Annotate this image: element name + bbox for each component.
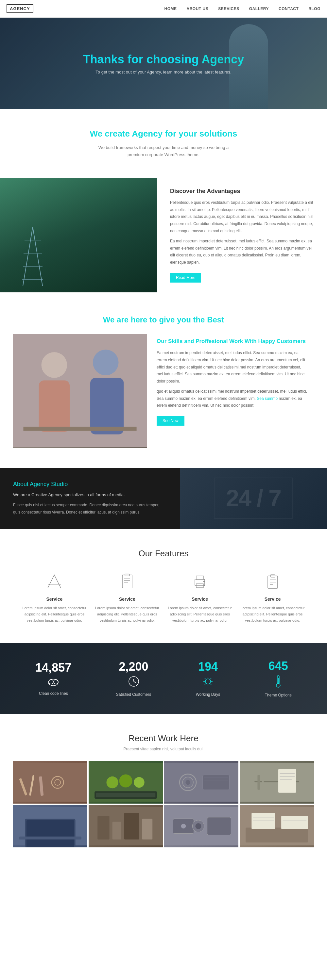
svg-rect-93 xyxy=(281,816,308,829)
work-item-6[interactable] xyxy=(89,805,163,847)
svg-line-1 xyxy=(33,227,43,286)
work-grid xyxy=(13,761,314,847)
thermometer-icon xyxy=(265,675,292,690)
nav-services[interactable]: SERVICES xyxy=(218,6,239,11)
stat-item-4: 645 Theme Options xyxy=(265,659,292,697)
svg-rect-76 xyxy=(19,837,81,840)
dark-left: About Agency Studio We are a Creative Ag… xyxy=(0,468,180,529)
see-now-button[interactable]: See Now xyxy=(156,416,184,426)
cloud-icon xyxy=(35,676,71,689)
nav-links: HOME ABOUT US SERVICES GALLERY CONTACT B… xyxy=(164,6,321,11)
feature-body-2: Lorem ipsum dolor sit amet, consectetur … xyxy=(94,605,160,623)
stat-item-2: 2,200 Satisfied Customers xyxy=(116,660,151,697)
nav-blog[interactable]: BLOG xyxy=(308,6,321,11)
svg-point-52 xyxy=(106,776,118,788)
best-text: Our Skills and Proffesional Work With Ha… xyxy=(156,334,314,429)
dark-right: 24 / 7 xyxy=(180,468,327,529)
printer-icon xyxy=(190,572,210,591)
svg-rect-13 xyxy=(122,575,132,588)
stat-number-1: 14,857 xyxy=(35,661,71,675)
svg-rect-90 xyxy=(252,813,275,829)
work-item-3[interactable] xyxy=(164,761,238,803)
sea-summo-link[interactable]: Sea summo xyxy=(257,396,278,401)
stats-section: 14,857 Clean code lines 2,200 Satisfied … xyxy=(0,643,327,714)
create-heading-post: for your solutions xyxy=(163,129,237,138)
clock-icon xyxy=(116,676,151,690)
stat-label-3: Working Days xyxy=(196,692,220,697)
dark-body: Fusce quis nisl et lectus semper commodo… xyxy=(13,502,167,516)
work-item-2[interactable] xyxy=(89,761,163,803)
hero-section: Thanks for choosing Agency To get the mo… xyxy=(0,18,327,109)
svg-rect-45 xyxy=(13,763,87,802)
svg-rect-89 xyxy=(246,828,308,843)
svg-line-0 xyxy=(23,227,33,286)
tower-icon xyxy=(20,227,46,286)
svg-rect-75 xyxy=(27,820,74,847)
svg-rect-67 xyxy=(257,775,260,790)
work-item-1[interactable] xyxy=(13,761,87,803)
work-item-8[interactable] xyxy=(240,805,314,847)
create-section: We create Agency for your solutions We b… xyxy=(0,109,327,172)
document-icon xyxy=(117,572,137,591)
advantages-section: Discover the Advantages Pellentesque qui… xyxy=(0,178,327,292)
work-item-7[interactable] xyxy=(164,805,238,847)
svg-rect-69 xyxy=(278,769,296,793)
svg-rect-79 xyxy=(112,822,121,840)
advantages-para1: Pellentesque quis eros vestibulum turpis… xyxy=(170,199,317,235)
feature-item-2: Service Lorem ipsum dolor sit amet, cons… xyxy=(94,572,160,623)
stat-item-3: 194 Working Days xyxy=(196,660,220,697)
work-subtext: Praesent vitae sapien nisl, volutpat iac… xyxy=(13,747,314,751)
advantages-para2: Ea mei nostrum imperdiet deterruisset, m… xyxy=(170,238,317,266)
logo[interactable]: AGENCY xyxy=(6,4,33,13)
svg-point-86 xyxy=(181,824,186,829)
hero-brand: Agency xyxy=(201,52,244,66)
svg-rect-10 xyxy=(90,378,124,434)
svg-point-29 xyxy=(54,679,58,684)
best-content: Our Skills and Proffesional Work With Ha… xyxy=(13,334,314,448)
skills-heading: Our Skills and Proffesional Work With Ha… xyxy=(156,337,307,345)
create-body: We build frameworks that respect your ti… xyxy=(95,144,232,158)
svg-rect-78 xyxy=(97,816,109,840)
svg-point-28 xyxy=(49,679,53,684)
hero-content: Thanks for choosing Agency To get the mo… xyxy=(83,52,244,75)
sun-icon xyxy=(196,676,220,690)
svg-point-7 xyxy=(41,352,67,378)
svg-line-32 xyxy=(134,681,136,683)
feature-title-3: Service xyxy=(167,597,233,602)
work-item-4[interactable] xyxy=(240,761,314,803)
svg-rect-11 xyxy=(23,426,136,431)
svg-rect-85 xyxy=(207,817,231,835)
hero-subtext: To get the most out of your Agency, lear… xyxy=(83,70,244,75)
hero-heading-pre: Thanks for choosing xyxy=(83,52,202,66)
svg-point-60 xyxy=(185,780,190,785)
work-section: Recent Work Here Praesent vitae sapien n… xyxy=(0,714,327,857)
feature-item-1: Service Lorem ipsum dolor sit amet, cons… xyxy=(21,572,87,623)
navbar: AGENCY HOME ABOUT US SERVICES GALLERY CO… xyxy=(0,0,327,18)
nav-home[interactable]: HOME xyxy=(164,6,177,11)
feature-item-4: Service Lorem ipsum dolor sit amet, cons… xyxy=(239,572,305,623)
persons-svg xyxy=(13,334,147,447)
svg-line-38 xyxy=(205,678,206,679)
stat-label-2: Satisfied Customers xyxy=(116,692,151,697)
svg-line-41 xyxy=(205,684,206,685)
stat-number-2: 2,200 xyxy=(116,660,151,674)
feature-body-4: Lorem ipsum dolor sit amet, consectetur … xyxy=(239,605,305,623)
hero-heading: Thanks for choosing Agency xyxy=(83,52,244,66)
work-item-5[interactable] xyxy=(13,805,87,847)
feature-body-1: Lorem ipsum dolor sit amet, consectetur … xyxy=(21,605,87,623)
read-more-button[interactable]: Read More xyxy=(170,273,201,283)
svg-point-9 xyxy=(93,350,119,375)
nav-gallery[interactable]: GALLERY xyxy=(249,6,269,11)
best-heading: We are here to give you the Best xyxy=(13,315,314,325)
about-studio-heading: About Agency Studio xyxy=(13,481,167,488)
svg-point-33 xyxy=(205,679,211,684)
svg-rect-61 xyxy=(203,775,230,790)
svg-rect-81 xyxy=(142,819,152,840)
advantages-heading: Discover the Advantages xyxy=(170,188,317,195)
nav-contact[interactable]: CONTACT xyxy=(279,6,298,11)
nav-about[interactable]: ABOUT US xyxy=(187,6,209,11)
create-heading: We create Agency for your solutions xyxy=(13,129,314,139)
feature-title-2: Service xyxy=(94,597,160,602)
dark-tagline: We are a Creative Agency specializes in … xyxy=(13,491,167,498)
svg-rect-56 xyxy=(96,793,156,797)
